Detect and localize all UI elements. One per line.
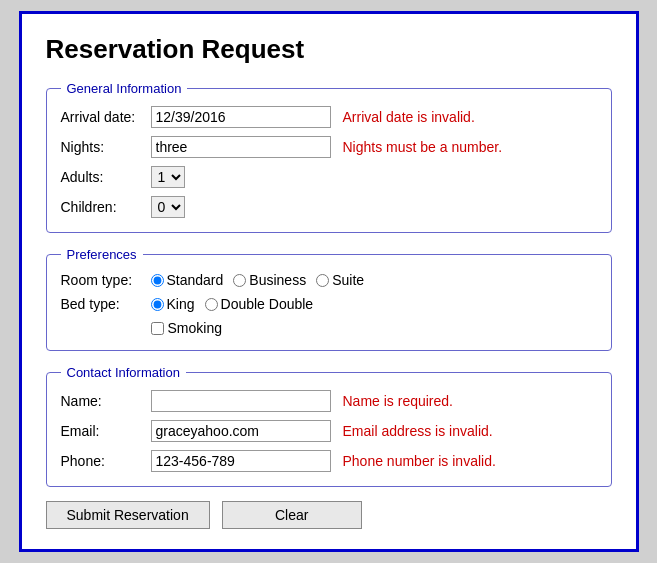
phone-label: Phone:: [61, 453, 151, 469]
bed-king-item: King: [151, 296, 195, 312]
arrival-label: Arrival date:: [61, 109, 151, 125]
bed-double-item: Double Double: [205, 296, 314, 312]
contact-legend: Contact Information: [61, 365, 186, 380]
reservation-form: Reservation Request General Information …: [19, 11, 639, 552]
room-type-group: Standard Business Suite: [151, 272, 365, 288]
nights-row: Nights: Nights must be a number.: [61, 136, 597, 158]
room-suite-label: Suite: [332, 272, 364, 288]
room-type-row: Room type: Standard Business Suite: [61, 272, 597, 288]
bed-double-label: Double Double: [221, 296, 314, 312]
name-row: Name: Name is required.: [61, 390, 597, 412]
name-label: Name:: [61, 393, 151, 409]
bed-double-radio[interactable]: [205, 298, 218, 311]
room-business-label: Business: [249, 272, 306, 288]
smoking-label: Smoking: [168, 320, 222, 336]
bed-king-label: King: [167, 296, 195, 312]
room-business-item: Business: [233, 272, 306, 288]
nights-label: Nights:: [61, 139, 151, 155]
bed-type-group: King Double Double: [151, 296, 314, 312]
page-title: Reservation Request: [46, 34, 612, 65]
nights-error: Nights must be a number.: [343, 139, 503, 155]
room-type-label: Room type:: [61, 272, 151, 288]
name-input[interactable]: [151, 390, 331, 412]
room-standard-radio[interactable]: [151, 274, 164, 287]
phone-input[interactable]: [151, 450, 331, 472]
nights-input[interactable]: [151, 136, 331, 158]
children-label: Children:: [61, 199, 151, 215]
children-select[interactable]: 0 1 2 3: [151, 196, 185, 218]
room-suite-item: Suite: [316, 272, 364, 288]
submit-button[interactable]: Submit Reservation: [46, 501, 210, 529]
children-row: Children: 0 1 2 3: [61, 196, 597, 218]
bed-king-radio[interactable]: [151, 298, 164, 311]
room-business-radio[interactable]: [233, 274, 246, 287]
bed-type-row: Bed type: King Double Double: [61, 296, 597, 312]
email-label: Email:: [61, 423, 151, 439]
email-error: Email address is invalid.: [343, 423, 493, 439]
phone-row: Phone: Phone number is invalid.: [61, 450, 597, 472]
room-suite-radio[interactable]: [316, 274, 329, 287]
smoking-row: Smoking: [151, 320, 597, 336]
arrival-input[interactable]: [151, 106, 331, 128]
arrival-row: Arrival date: Arrival date is invalid.: [61, 106, 597, 128]
contact-information-section: Contact Information Name: Name is requir…: [46, 365, 612, 487]
preferences-section: Preferences Room type: Standard Business…: [46, 247, 612, 351]
smoking-item: Smoking: [151, 320, 222, 336]
clear-button[interactable]: Clear: [222, 501, 362, 529]
adults-select[interactable]: 1 2 3 4: [151, 166, 185, 188]
adults-label: Adults:: [61, 169, 151, 185]
smoking-checkbox[interactable]: [151, 322, 164, 335]
preferences-legend: Preferences: [61, 247, 143, 262]
room-standard-label: Standard: [167, 272, 224, 288]
name-error: Name is required.: [343, 393, 454, 409]
phone-error: Phone number is invalid.: [343, 453, 496, 469]
email-row: Email: Email address is invalid.: [61, 420, 597, 442]
buttons-row: Submit Reservation Clear: [46, 501, 612, 529]
general-legend: General Information: [61, 81, 188, 96]
room-standard-item: Standard: [151, 272, 224, 288]
bed-type-label: Bed type:: [61, 296, 151, 312]
email-input[interactable]: [151, 420, 331, 442]
general-information-section: General Information Arrival date: Arriva…: [46, 81, 612, 233]
arrival-error: Arrival date is invalid.: [343, 109, 475, 125]
adults-row: Adults: 1 2 3 4: [61, 166, 597, 188]
